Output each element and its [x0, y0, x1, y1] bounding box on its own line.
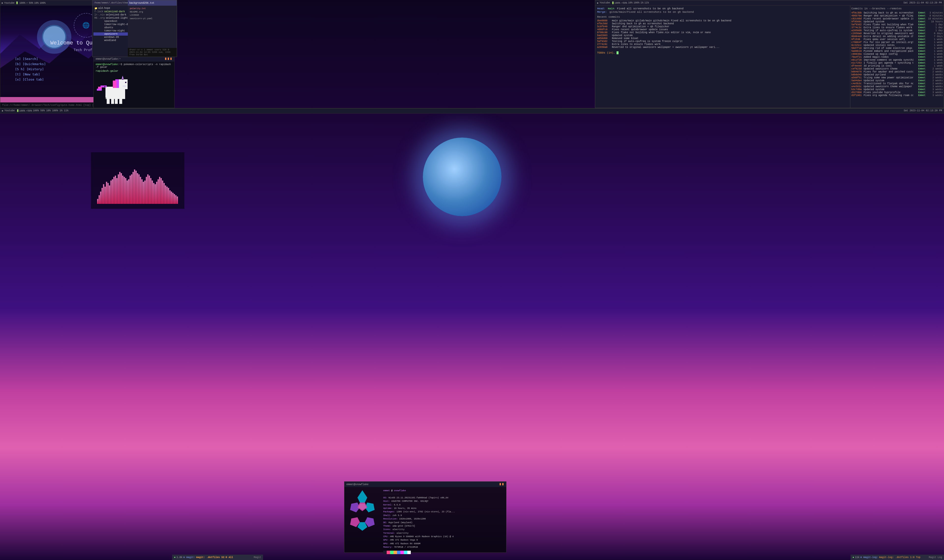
svg-rect-10: [107, 98, 110, 104]
log-time-15: 1 week: [925, 56, 943, 58]
git-left-panel: Head: main Fixed all screenshots to be o…: [595, 0, 850, 108]
log-time-8: 7 days: [925, 35, 943, 38]
commit-hash-7: 5af93d2: [597, 40, 612, 43]
color-6: [404, 551, 407, 554]
file-line-2: README.org: [130, 11, 175, 14]
log-author-1: Emmet: [913, 14, 925, 17]
commit-row-4: 0700c80 Fixes flake not building when fl…: [597, 31, 848, 34]
commit-hash-9: a2650a0: [597, 46, 612, 49]
commit-hash-2: 5c0f040: [597, 25, 612, 28]
log-hash-13: 5a06b19: [851, 50, 864, 52]
color-4: [397, 551, 401, 554]
log-entry-5: 3774c3c Extra lines to ensure flakes wor…: [851, 26, 943, 29]
terminal-panel: emmet@snowflake:~ ▐▌▐▌▐▌ emmet@snowflake…: [93, 56, 174, 108]
log-author-14: Emmet: [913, 53, 925, 55]
log-hash-14: c00030a: [851, 53, 864, 55]
svg-rect-28: [105, 187, 106, 204]
svg-rect-43: [126, 180, 128, 204]
log-msg-12: Getting rid of some electron pkgs: [864, 47, 913, 49]
log-msg-7: Reverted to original uwunicorn wallpa: [864, 32, 913, 35]
log-author-25: Emmet: [913, 85, 925, 88]
log-hash-17: e1c7253: [851, 62, 864, 65]
svg-rect-69: [165, 185, 166, 204]
neofetch-title-text: emmet@snowflake: [346, 483, 369, 486]
commit-row-6: a950d60 Removed some bloat: [597, 37, 848, 40]
log-time-20: 2 weeks: [925, 71, 943, 73]
svg-rect-27: [103, 184, 104, 204]
svg-rect-16: [97, 89, 102, 91]
log-hash-3: 9f9560c: [851, 20, 864, 23]
todos-line: TODOs (14)…: [597, 51, 848, 54]
neofetch-info: emmet @ snowflake ------------ OS: NixOS…: [383, 489, 455, 554]
log-time-3: 18 hours: [925, 20, 943, 23]
log-author-4: Emmet: [913, 23, 925, 26]
recent-commits-title: Recent commits: [597, 15, 848, 18]
terminal-command-line: emmet@snowflake:~$ pokemon-colorscripts …: [96, 63, 172, 69]
log-author-12: Emmet: [913, 47, 925, 49]
log-msg-22: Trying some new power optimizations!: [864, 76, 913, 79]
svg-rect-48: [134, 169, 135, 204]
log-time-23: 2 weeks: [925, 79, 943, 82]
lower-datetime: Sat 2023-11-04 02:13:20 PM: [904, 109, 942, 112]
log-entry-9: 9f1530 Fixes qemu user session uefi Emme…: [851, 38, 943, 41]
commit-row-5: bad2003 Updated system: [597, 34, 848, 37]
file-line-1: polarity.txt: [130, 7, 175, 11]
log-author-20: Emmet: [913, 71, 925, 73]
log-entry-23: 5a94da4 Updated system Emmet 2 weeks: [851, 79, 943, 82]
log-time-9: 1 week: [925, 38, 943, 41]
svg-rect-37: [118, 174, 119, 204]
commit-msg-2: Ranger dnd optimization + qb filepicker: [612, 25, 848, 28]
svg-rect-65: [159, 177, 160, 204]
neofetch-res-line: Resolution: 1920x1080, 1920x1200: [383, 517, 455, 521]
log-author-18: Emmet: [913, 65, 925, 67]
selected-file-name: background256.txt: [129, 2, 154, 5]
git-head-line: Head: main Fixed all screenshots to be o…: [597, 7, 848, 10]
log-author-13: Emmet: [913, 50, 925, 52]
git-commits-list: dee0888 main gitea/main gitlab/main gith…: [597, 19, 848, 49]
neofetch-host-part: snowflake: [394, 489, 406, 492]
log-hash-12: 50d7f18: [851, 47, 864, 49]
svg-rect-71: [168, 188, 169, 204]
git-ind1: 1%: [640, 2, 643, 4]
svg-rect-30: [108, 183, 109, 204]
neofetch-theme-line: Theme: adw-gtk3 [GTK2/3]: [383, 525, 455, 528]
neofetch-content: emmet @ snowflake ------------ OS: NixOS…: [344, 487, 506, 556]
log-entry-1: 496b70a Ranger dnd optimization + qb fil…: [851, 14, 943, 17]
log-msg-25: Updated uwunicorn theme wallpaper for: [864, 85, 913, 88]
log-hash-19: cef623d: [851, 68, 864, 70]
log-hash-4: 5af93d2: [851, 23, 864, 26]
svg-rect-13: [119, 98, 122, 104]
log-author-26: Emmet: [913, 88, 925, 91]
log-msg-24: Transitioned to flatpak obs for now: [864, 82, 913, 85]
svg-rect-47: [133, 172, 134, 204]
neofetch-uptime-line: Uptime: 19 hours, 35 mins: [383, 507, 455, 510]
log-author-2: Emmet: [913, 17, 925, 20]
log-hash-18: df4eee9: [851, 65, 864, 67]
log-entry-20: b004078 Fixes for waybar and patched cus…: [851, 71, 943, 73]
svg-rect-17: [125, 82, 126, 83]
svg-rect-49: [136, 171, 137, 204]
svg-rect-61: [153, 183, 154, 204]
log-time-4: 1 day: [925, 23, 943, 26]
log-author-28: Emmet: [913, 94, 925, 97]
log-entry-6: a2050d0 Testing if auto-cpufreq is syste…: [851, 29, 943, 32]
git-cpu: ⚡59%: [621, 2, 627, 5]
neofetch-logo: [346, 489, 381, 554]
commit-msg-4: Fixes flake not building when flake.nix …: [612, 31, 848, 34]
commit-hash-8: 2774c0c: [597, 43, 612, 46]
log-msg-15: Added magit-todos: [864, 56, 913, 58]
log-entry-13: 5a06b19 Pinned embark and reorganized pa…: [851, 50, 943, 52]
log-msg-11: Updated install notes: [864, 44, 913, 47]
log-time-14: 1 week: [925, 53, 943, 55]
log-msg-20: Fixes for waybar and patched custom hy: [864, 71, 913, 73]
svg-rect-40: [122, 175, 123, 204]
log-msg-27: Fixes youtube hyprprofile: [864, 91, 913, 94]
log-author-3: Emmet: [913, 20, 925, 23]
spectrum-chart: [91, 152, 184, 209]
log-hash-1: 496b70a: [851, 14, 864, 17]
log-time-12: 1 week: [925, 47, 943, 49]
svg-rect-51: [139, 174, 140, 204]
commit-row-0: dee0888 main gitea/main gitlab/main gith…: [597, 19, 848, 22]
commit-row-8: 2774c0c Extra lines to ensure flakes wor…: [597, 43, 848, 46]
log-hash-9: 9f1530: [851, 38, 864, 41]
